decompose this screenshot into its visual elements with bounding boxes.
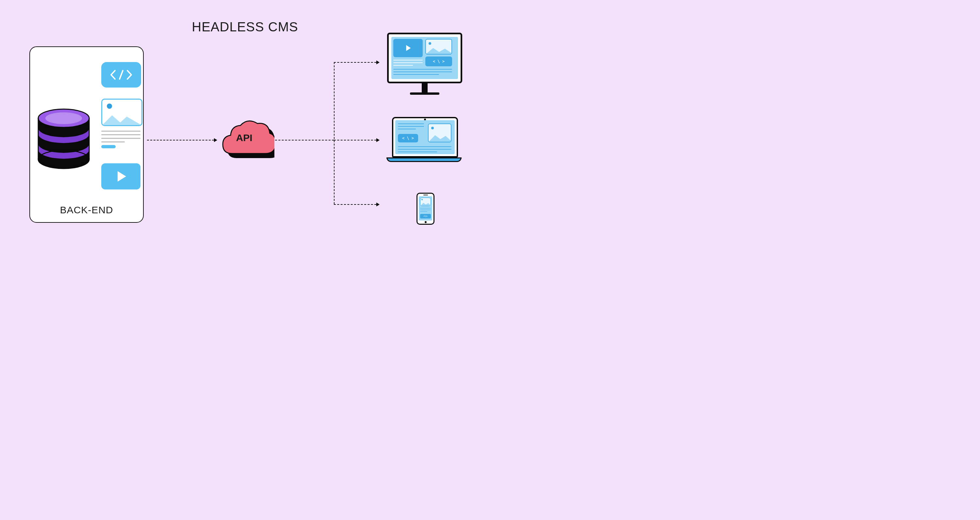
phone-device-icon: <\>	[417, 193, 434, 225]
svg-marker-17	[420, 203, 431, 206]
arrow-to-phone	[334, 204, 376, 205]
svg-marker-16	[429, 135, 452, 142]
image-block-icon	[101, 99, 142, 126]
api-label: API	[219, 118, 269, 154]
svg-marker-14	[102, 115, 142, 125]
database-icon	[36, 108, 91, 171]
laptop-device-icon: < \ >	[392, 117, 461, 162]
diagram-title: HEADLESS CMS	[0, 20, 490, 34]
arrow-to-desktop	[334, 62, 376, 63]
svg-marker-15	[426, 48, 452, 54]
arrow-to-laptop	[334, 140, 376, 140]
arrowhead-icon	[376, 138, 380, 142]
arrow-api-out	[275, 140, 334, 140]
arrowhead-icon	[214, 138, 217, 142]
api-cloud: API	[219, 118, 274, 160]
diagram-canvas: HEADLESS CMS BACK-END	[0, 0, 490, 260]
code-block-icon	[101, 62, 141, 87]
svg-line-13	[119, 70, 123, 79]
text-lines-icon	[101, 130, 140, 148]
backend-label: BACK-END	[30, 205, 143, 216]
video-block-icon	[101, 163, 140, 189]
svg-point-11	[45, 112, 82, 124]
arrowhead-icon	[376, 202, 380, 207]
arrow-vertical-split	[334, 62, 334, 204]
desktop-device-icon: < \ >	[387, 33, 462, 95]
arrowhead-icon	[376, 60, 380, 64]
arrow-backend-to-api	[147, 140, 214, 140]
